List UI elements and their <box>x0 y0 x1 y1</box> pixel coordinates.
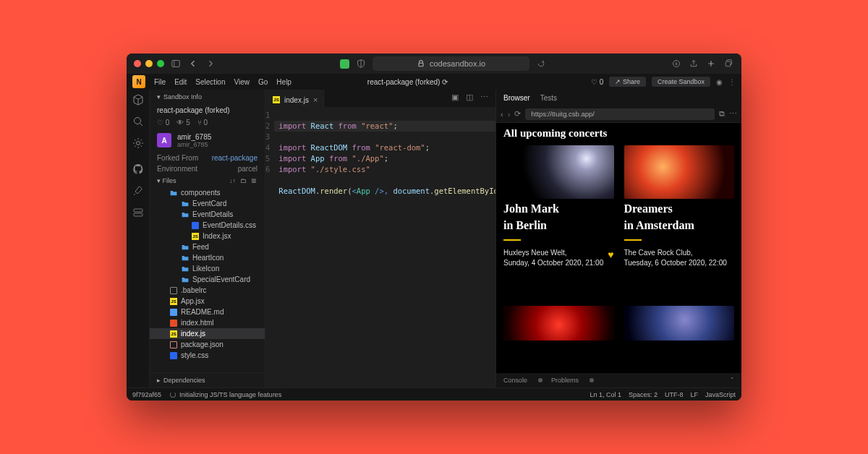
event-image-3 <box>503 306 614 340</box>
minimize-window-icon[interactable] <box>145 60 153 67</box>
preview-forward-icon[interactable]: › <box>508 110 511 119</box>
download-icon[interactable] <box>671 58 682 69</box>
status-position[interactable]: Ln 1, Col 1 <box>590 391 621 398</box>
cube-icon[interactable] <box>132 94 144 106</box>
menu-edit[interactable]: Edit <box>174 78 187 86</box>
tabs-overview-icon[interactable] <box>723 58 734 69</box>
event-when-1: Sunday, 4 October 2020, 21:00 <box>503 258 603 268</box>
file-readme[interactable]: README.md <box>150 307 265 317</box>
share-icon[interactable] <box>688 58 699 69</box>
folder-eventcard[interactable]: EventCard <box>150 198 265 209</box>
main-body: ▾Sandbox Info react-package (forked) ♡ 0… <box>127 90 741 387</box>
status-language[interactable]: JavaScript <box>705 391 736 398</box>
file-tree: components EventCard EventDetails EventD… <box>150 187 265 372</box>
code-area[interactable]: 123456 import React from "react"; import… <box>265 107 495 387</box>
close-tab-icon[interactable]: × <box>313 95 318 104</box>
menu-go[interactable]: Go <box>258 78 268 86</box>
forked-from-row[interactable]: Forked Fromreact-package <box>150 153 265 163</box>
rocket-icon[interactable] <box>132 185 144 197</box>
preview-back-icon[interactable]: ‹ <box>501 110 503 119</box>
project-title: react-package (forked) ⟳ <box>367 78 448 86</box>
tab-browser[interactable]: Browser <box>503 94 530 102</box>
file-app-jsx[interactable]: JSApp.jsx <box>150 296 265 307</box>
maximize-window-icon[interactable] <box>157 60 164 67</box>
tab-label: index.js <box>284 96 309 104</box>
github-icon[interactable] <box>132 163 144 175</box>
file-index-html[interactable]: index.html <box>150 317 265 328</box>
section-dependencies[interactable]: ▸Dependencies <box>150 372 265 387</box>
preview-more-icon[interactable]: ⋯ <box>729 109 737 119</box>
status-encoding[interactable]: UTF-8 <box>665 391 684 398</box>
preview-reload-icon[interactable]: ⟳ <box>514 109 521 119</box>
status-sha[interactable]: 9f792af65 <box>132 391 161 398</box>
lock-icon <box>417 59 425 68</box>
server-icon[interactable] <box>132 207 144 218</box>
menu-view[interactable]: View <box>234 78 250 86</box>
layout-icon[interactable]: ◫ <box>466 93 473 104</box>
user-block[interactable]: A amir_6785 amir_6785 <box>150 129 265 153</box>
status-spaces[interactable]: Spaces: 2 <box>629 391 658 398</box>
menu-help[interactable]: Help <box>276 78 292 86</box>
file-babelrc[interactable]: .babelrc <box>150 285 265 296</box>
event-card-4[interactable] <box>624 306 735 369</box>
new-file-icon[interactable]: 🗎 <box>251 177 258 184</box>
folder-components[interactable]: components <box>150 187 265 198</box>
event-card-2[interactable]: Dreamers in Amsterdam The Cave Rock Club… <box>624 145 735 296</box>
status-eol[interactable]: LF <box>690 391 698 398</box>
section-sandbox-info[interactable]: ▾Sandbox Info <box>150 90 265 104</box>
file-index-js[interactable]: JSindex.js <box>150 328 265 339</box>
tab-problems[interactable]: Problems <box>551 377 579 384</box>
chevron-up-icon[interactable]: ˄ <box>731 377 734 384</box>
file-package-json[interactable]: package.json <box>150 339 265 350</box>
search-icon[interactable] <box>132 116 144 127</box>
reload-icon[interactable] <box>535 58 547 69</box>
tab-tests[interactable]: Tests <box>540 94 557 102</box>
folder-feed[interactable]: Feed <box>150 241 265 252</box>
tab-console[interactable]: Console <box>503 377 527 384</box>
overflow-menu-icon[interactable]: ⋮ <box>728 78 736 86</box>
new-tab-icon[interactable] <box>705 58 717 69</box>
url-bar[interactable]: codesandbox.io <box>373 56 529 71</box>
preview-body[interactable]: All upcoming concerts John Mark in Berli… <box>496 123 741 373</box>
file-eventdetails-css[interactable]: EventDetails.css <box>150 220 265 231</box>
nav-forward-icon[interactable] <box>205 58 216 69</box>
editor-tools: ▣ ◫ ⋯ <box>444 90 495 107</box>
like-button[interactable]: ♡ 0 <box>591 78 603 86</box>
section-files[interactable]: ▾ Files ↓↑ 🗀 🗎 <box>150 174 265 187</box>
more-icon[interactable]: ⋯ <box>480 93 488 104</box>
event-card-1[interactable]: John Mark in Berlin Huxleys Neue Welt,Su… <box>503 145 614 296</box>
preview-url-bar[interactable]: https://8uitg.csb.app/ <box>525 108 715 120</box>
folder-hearticon[interactable]: HeartIcon <box>150 252 265 263</box>
status-bar: 9f792af65 Initializing JS/TS language fe… <box>127 387 741 401</box>
split-editor-icon[interactable]: ▣ <box>451 93 459 104</box>
app-logo[interactable]: N <box>132 75 145 88</box>
sidebar-toggle-icon[interactable] <box>170 58 182 69</box>
open-external-icon[interactable]: ⧉ <box>719 109 725 119</box>
file-index-jsx[interactable]: JSIndex.jsx <box>150 231 265 241</box>
sort-icon[interactable]: ↓↑ <box>229 177 236 184</box>
folder-eventdetails[interactable]: EventDetails <box>150 209 265 220</box>
gear-icon[interactable] <box>132 137 144 149</box>
folder-specialeventcard[interactable]: SpecialEventCard <box>150 274 265 285</box>
sync-icon: ⟳ <box>442 78 448 86</box>
close-window-icon[interactable] <box>134 60 141 67</box>
file-style-css[interactable]: style.css <box>150 350 265 361</box>
user-sub: amir_6785 <box>177 141 211 148</box>
extension-icon[interactable] <box>340 59 349 69</box>
heart-icon[interactable]: ♥ <box>608 248 613 268</box>
new-folder-icon[interactable]: 🗀 <box>240 177 247 184</box>
nav-back-icon[interactable] <box>187 58 199 69</box>
menu-selection[interactable]: Selection <box>195 78 225 86</box>
event-card-3[interactable] <box>503 306 614 369</box>
menu-file[interactable]: File <box>154 78 166 86</box>
event-image-4 <box>624 306 735 340</box>
tab-index-js[interactable]: JS index.js × <box>265 90 326 107</box>
create-sandbox-button[interactable]: Create Sandbox <box>652 77 710 87</box>
user-menu-icon[interactable]: ◉ <box>716 78 723 86</box>
share-button[interactable]: ↗ Share <box>609 77 646 87</box>
svg-rect-2 <box>419 63 423 67</box>
folder-likeicon[interactable]: LikeIcon <box>150 263 265 274</box>
code-content[interactable]: import React from "react"; import ReactD… <box>274 107 495 387</box>
shield-icon[interactable] <box>355 58 367 69</box>
svg-line-8 <box>140 124 142 127</box>
